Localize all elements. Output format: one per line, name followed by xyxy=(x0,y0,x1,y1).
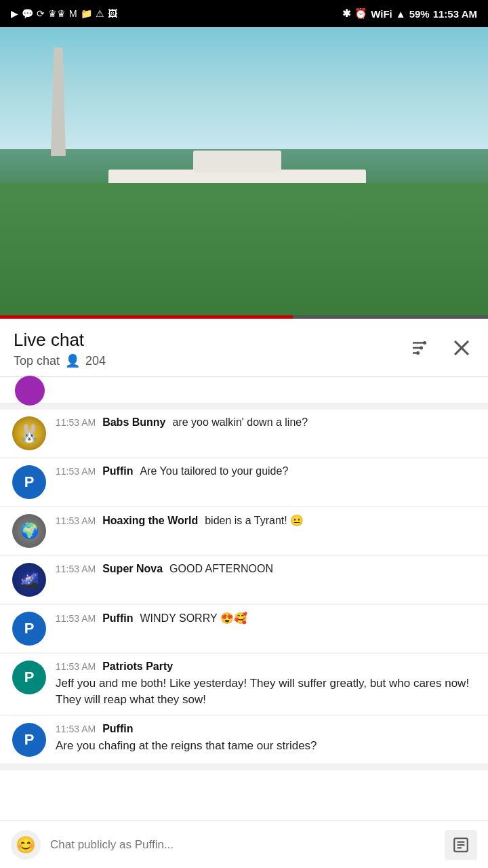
message-content: 11:53 AM Puffin WINDY SORRY 😍🥰 xyxy=(56,612,476,625)
chat-input[interactable] xyxy=(50,830,435,860)
message-inline-text: Are You tailored to your guide? xyxy=(140,465,288,477)
avatar: 🌌 xyxy=(12,563,46,597)
message-content: 11:53 AM Patriots Party Jeff you and me … xyxy=(56,660,476,708)
message-content: 11:53 AM Puffin Are you chafing at the r… xyxy=(56,723,476,754)
mastodon-icon: M xyxy=(69,8,77,19)
message-inline-text: biden is a Tyrant! 😐 xyxy=(205,514,304,527)
message-time: 11:53 AM xyxy=(56,724,96,734)
svg-point-3 xyxy=(423,341,426,344)
time-display: 11:53 AM xyxy=(433,8,477,20)
table-row: 🌌 11:53 AM Super Nova GOOD AFTERNOON xyxy=(0,556,488,604)
warning-icon: ⚠ xyxy=(96,8,104,19)
message-time: 11:53 AM xyxy=(56,466,96,477)
avatar: P xyxy=(12,612,46,646)
svg-point-4 xyxy=(420,347,423,350)
battery-text: 59% xyxy=(409,8,430,20)
scroll-indicator xyxy=(0,377,488,404)
message-author: Babs Bunny xyxy=(102,416,165,429)
message-time: 11:53 AM xyxy=(56,564,96,574)
video-sky xyxy=(0,27,488,149)
message-time: 11:53 AM xyxy=(56,613,96,624)
message-author: Hoaxing the World xyxy=(102,515,198,527)
message-meta: 11:53 AM Babs Bunny are yoo walkin' down… xyxy=(56,416,476,429)
chat-header: Live chat Top chat 👤 204 xyxy=(0,319,488,377)
message-time: 11:53 AM xyxy=(56,661,96,672)
viewer-count: 204 xyxy=(85,354,106,368)
table-row: P 11:53 AM Puffin Are You tailored to yo… xyxy=(0,458,488,506)
chat-input-bar: 😊 xyxy=(0,821,488,868)
signal-icon: ▲ xyxy=(396,8,406,20)
message-inline-text: are yoo walkin' down a line? xyxy=(173,416,308,429)
message-author: Patriots Party xyxy=(102,660,173,673)
notification-icon: 💬 xyxy=(22,8,33,19)
message-author: Puffin xyxy=(102,465,133,477)
chat-title: Live chat xyxy=(14,330,106,351)
crown-icons: ♛♛ xyxy=(48,8,66,19)
table-row: 🐰 11:53 AM Babs Bunny are yoo walkin' do… xyxy=(0,410,488,457)
message-inline-text: GOOD AFTERNOON xyxy=(169,563,273,575)
chat-header-actions xyxy=(407,335,474,363)
table-row: P 11:53 AM Patriots Party Jeff you and m… xyxy=(0,654,488,715)
message-time: 11:53 AM xyxy=(56,515,96,526)
emoji-icon: 😊 xyxy=(16,835,36,854)
message-author: Puffin xyxy=(102,612,133,625)
image-icon: 🖼 xyxy=(108,8,117,19)
message-meta: 11:53 AM Patriots Party xyxy=(56,660,476,673)
message-meta: 11:53 AM Puffin Are You tailored to your… xyxy=(56,465,476,477)
video-progress-bar[interactable] xyxy=(0,315,488,319)
bluetooth-icon: ✱ xyxy=(342,7,351,20)
table-row: P 11:53 AM Puffin Are you chafing at the… xyxy=(0,716,488,764)
status-bar: ▶ 💬 ⟳ ♛♛ M 📁 ⚠ 🖼 ✱ ⏰ WiFi ▲ 59% 11:53 AM xyxy=(0,0,488,27)
message-content: 11:53 AM Puffin Are You tailored to your… xyxy=(56,465,476,477)
message-text: Jeff you and me both! Like yesterday! Th… xyxy=(56,675,476,708)
avatar: 🌍 xyxy=(12,514,46,548)
trees-background xyxy=(0,183,488,319)
message-meta: 11:53 AM Super Nova GOOD AFTERNOON xyxy=(56,563,476,575)
filter-button[interactable] xyxy=(407,335,432,363)
message-time: 11:53 AM xyxy=(56,417,96,428)
message-meta: 11:53 AM Puffin xyxy=(56,723,476,735)
message-meta: 11:53 AM Puffin WINDY SORRY 😍🥰 xyxy=(56,612,476,625)
avatar: P xyxy=(12,723,46,757)
status-icons: ▶ 💬 ⟳ ♛♛ M 📁 ⚠ 🖼 xyxy=(11,8,117,19)
avatar: 🐰 xyxy=(12,416,46,450)
table-row: P 11:53 AM Puffin WINDY SORRY 😍🥰 xyxy=(0,605,488,652)
people-icon: 👤 xyxy=(65,353,80,368)
message-text: Are you chafing at the reigns that tame … xyxy=(56,738,476,754)
avatar: P xyxy=(12,465,46,499)
table-row: 🌍 11:53 AM Hoaxing the World biden is a … xyxy=(0,507,488,555)
svg-point-5 xyxy=(416,351,420,355)
send-button[interactable] xyxy=(445,830,477,860)
top-chat-label[interactable]: Top chat xyxy=(14,354,60,368)
folder-icon: 📁 xyxy=(81,8,92,19)
chat-sub-info: Top chat 👤 204 xyxy=(14,353,106,368)
message-meta: 11:53 AM Hoaxing the World biden is a Ty… xyxy=(56,514,476,527)
youtube-icon: ▶ xyxy=(11,8,18,19)
message-content: 11:53 AM Babs Bunny are yoo walkin' down… xyxy=(56,416,476,429)
messages-list: 🐰 11:53 AM Babs Bunny are yoo walkin' do… xyxy=(0,404,488,770)
wifi-icon: WiFi xyxy=(371,8,392,20)
chat-header-info: Live chat Top chat 👤 204 xyxy=(14,330,106,368)
message-inline-text: WINDY SORRY 😍🥰 xyxy=(140,612,247,625)
sync-icon: ⟳ xyxy=(37,8,45,19)
message-author: Puffin xyxy=(102,723,133,735)
scroll-avatar xyxy=(15,376,45,406)
message-content: 11:53 AM Hoaxing the World biden is a Ty… xyxy=(56,514,476,527)
alarm-icon: ⏰ xyxy=(354,7,367,20)
emoji-button[interactable]: 😊 xyxy=(11,830,41,860)
close-button[interactable] xyxy=(449,335,474,363)
video-player[interactable] xyxy=(0,27,488,319)
message-author: Super Nova xyxy=(102,563,163,575)
avatar: P xyxy=(12,660,46,694)
message-content: 11:53 AM Super Nova GOOD AFTERNOON xyxy=(56,563,476,575)
status-system: ✱ ⏰ WiFi ▲ 59% 11:53 AM xyxy=(342,7,477,20)
